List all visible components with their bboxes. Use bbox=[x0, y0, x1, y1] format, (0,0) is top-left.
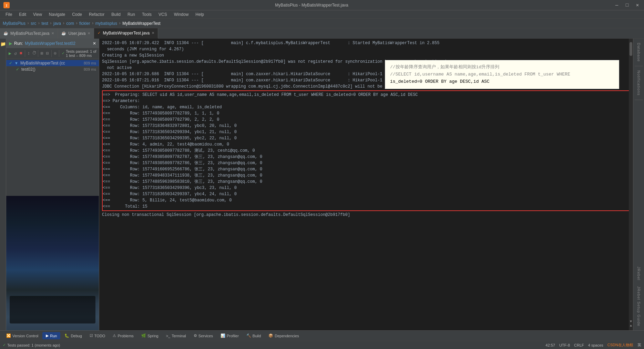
project-icon[interactable]: 📁 bbox=[0, 41, 6, 47]
tab-user[interactable]: ☕ User.java ✕ bbox=[58, 28, 94, 39]
bottom-tab-terminal[interactable]: >_ Terminal bbox=[163, 332, 190, 339]
debug-icon: 🐛 bbox=[64, 333, 69, 338]
status-indent[interactable]: 4 spaces bbox=[588, 343, 603, 347]
bottom-tab-profiler[interactable]: 📊 Profiler bbox=[217, 332, 242, 339]
status-tests[interactable]: ✓ Tests passed: 1 (moments ago) bbox=[3, 343, 60, 347]
right-bottom-icons: JRebel JRebel Setup Guide bbox=[636, 264, 642, 329]
tab-wrappertest[interactable]: ✓ MyBatisWrapperTest.java ✕ bbox=[94, 28, 158, 39]
breadcrumb-mybatisplus2[interactable]: mybatisplus bbox=[95, 21, 117, 26]
breadcrumb-mybatisplus[interactable]: MyBatisPlus bbox=[3, 21, 25, 26]
right-sidebar: Database Notifications JRebel JRebel Set… bbox=[633, 39, 644, 330]
tabs-bar: ☕ MyBatisPlusTest.java ✕ ☕ User.java ✕ ✓… bbox=[0, 28, 644, 39]
bottom-tab-versioncontrol[interactable]: 🔀 Version Control bbox=[3, 332, 42, 339]
bottom-toolbar: 🔀 Version Control ▶ Run 🐛 Debug ☑ TODO ⚠… bbox=[0, 330, 644, 341]
status-tests-text: Tests passed: 1 (moments ago) bbox=[7, 343, 60, 347]
expand-all-btn[interactable]: ⊞ bbox=[40, 49, 44, 58]
breadcrumb-java[interactable]: java bbox=[53, 21, 61, 26]
terminal-label: Terminal bbox=[172, 334, 186, 338]
stop-btn[interactable]: ■ bbox=[19, 49, 23, 58]
filter-btn[interactable]: ⊙ bbox=[53, 49, 58, 58]
bottom-tab-spring[interactable]: 🌿 Spring bbox=[138, 332, 162, 339]
bottom-tab-services[interactable]: ⚙ Services bbox=[190, 332, 216, 339]
bg-silhouette bbox=[10, 296, 95, 323]
test-tree-root[interactable]: ✓ ▼ MyBatisWrapperTest (cc 809 ms bbox=[6, 60, 99, 66]
collapse-all-btn[interactable]: ⊟ bbox=[45, 49, 50, 58]
bottom-tab-debug[interactable]: 🐛 Debug bbox=[61, 332, 85, 339]
menu-item-view[interactable]: View bbox=[30, 11, 45, 18]
menu-item-build[interactable]: Build bbox=[109, 11, 123, 18]
status-lang[interactable]: 英 bbox=[637, 342, 641, 348]
rerun-btn[interactable]: ↺ bbox=[13, 49, 18, 58]
run-label: Run bbox=[50, 334, 57, 338]
menu-item-run[interactable]: Run bbox=[125, 11, 138, 18]
sort-time-btn[interactable]: ⏱ bbox=[32, 49, 37, 58]
build-label: Build bbox=[253, 334, 261, 338]
maximize-button[interactable]: □ bbox=[624, 2, 630, 8]
status-linecol[interactable]: 42:57 bbox=[545, 343, 555, 347]
menu-item-edit[interactable]: Edit bbox=[16, 11, 29, 18]
toolbar-sep1 bbox=[25, 50, 25, 57]
minimize-button[interactable]: — bbox=[614, 2, 620, 8]
status-lineending[interactable]: CRLF bbox=[574, 343, 584, 347]
bottom-tab-build[interactable]: 🔨 Build bbox=[243, 332, 264, 339]
breadcrumb-fickler[interactable]: fickler bbox=[79, 21, 90, 26]
sql-row-8: <== Row: 1577493058097782787, 张三, 23, zh… bbox=[103, 154, 630, 160]
deps-icon: 📦 bbox=[268, 333, 273, 338]
problems-icon: ⚠ bbox=[113, 333, 116, 338]
jrebel-setup-label[interactable]: JRebel Setup Guide bbox=[636, 283, 642, 329]
tab-mybatisplustest[interactable]: ☕ MyBatisPlusTest.java ✕ bbox=[0, 28, 58, 39]
database-label[interactable]: Database bbox=[636, 40, 642, 64]
sql-row-12: <== Row: 1577488596398583810, 张三, 23, zh… bbox=[103, 179, 630, 185]
test-root-time: 809 ms bbox=[84, 61, 96, 65]
sql-row-7: <== Row: 1577493058097782788, 测试, 23, ce… bbox=[103, 148, 630, 154]
tab-close-wrapper[interactable]: ✕ bbox=[152, 31, 154, 35]
scroll-up-arrow[interactable]: ▲ bbox=[630, 324, 632, 328]
status-check-icon: ✓ bbox=[3, 343, 6, 347]
menu-item-code[interactable]: Code bbox=[69, 11, 85, 18]
run-icon: ▶ bbox=[9, 41, 12, 46]
menu-item-tools[interactable]: Tools bbox=[139, 11, 154, 18]
bottom-tab-problems[interactable]: ⚠ Problems bbox=[109, 332, 137, 339]
sort-alpha-btn[interactable]: ↕ bbox=[26, 49, 31, 58]
menu-item-refactor[interactable]: Refactor bbox=[86, 11, 107, 18]
close-button[interactable]: ✕ bbox=[634, 2, 641, 8]
sql-row-14: <== Row: 1577318365034299397, ybc4, 24, … bbox=[103, 191, 630, 197]
vc-label: Version Control bbox=[12, 334, 38, 338]
breadcrumb-test[interactable]: test bbox=[41, 21, 48, 26]
bottom-tab-dependencies[interactable]: 📦 Dependencies bbox=[265, 332, 302, 339]
sql-row-2: <== Row: 1577493058097782790, 2, 2, 2, 0 bbox=[103, 117, 630, 123]
menu-item-file[interactable]: File bbox=[3, 11, 15, 18]
profiler-label: Profiler bbox=[227, 334, 239, 338]
run-close-btn[interactable]: ✕ bbox=[93, 41, 96, 46]
sql-row-5: <== Row: 1577318365034299395, ybc2, 22, … bbox=[103, 135, 630, 141]
sql-preparing: ==> Preparing: SELECT uid AS id,user_nam… bbox=[103, 92, 630, 98]
breadcrumb: MyBatisPlus › src › test › java › com › … bbox=[0, 19, 644, 28]
vertical-scrollbar[interactable]: ▼ ▲ bbox=[629, 39, 633, 330]
menu-item-navigate[interactable]: Navigate bbox=[46, 11, 68, 18]
tab-close-icon[interactable]: ✕ bbox=[51, 31, 54, 35]
menu-item-window[interactable]: Window bbox=[171, 11, 192, 18]
bottom-tab-todo[interactable]: ☑ TODO bbox=[86, 332, 109, 339]
sql-columns: <== Columns: id, name, age, email, is_de… bbox=[103, 104, 630, 110]
status-encoding[interactable]: UTF-8 bbox=[559, 343, 570, 347]
build-icon: 🔨 bbox=[246, 333, 251, 338]
bottom-tab-run[interactable]: ▶ Run bbox=[42, 332, 60, 339]
toolbar-sep2 bbox=[38, 50, 38, 57]
scroll-down-arrow[interactable]: ▼ bbox=[630, 320, 632, 323]
run-btn[interactable]: ▶ bbox=[8, 49, 12, 58]
scrollbar-thumb[interactable] bbox=[630, 42, 632, 56]
main-window: I MyBatisPlus - MyBatisWrapperTest.java … bbox=[0, 0, 644, 349]
breadcrumb-src[interactable]: src bbox=[31, 21, 36, 26]
menu-item-vcs[interactable]: VCS bbox=[156, 11, 170, 18]
java-icon-user: ☕ bbox=[61, 31, 66, 36]
tab-close-user[interactable]: ✕ bbox=[88, 31, 90, 35]
notifications-label[interactable]: Notifications bbox=[636, 68, 642, 98]
breadcrumb-com[interactable]: com bbox=[66, 21, 74, 26]
annotation-box: //按年龄降序查询用户，如果年龄相同则按id升序排列 //SELECT id,u… bbox=[385, 60, 619, 89]
jrebel-label[interactable]: JRebel bbox=[636, 264, 642, 283]
breadcrumb-wrappertest[interactable]: MyBatisWrapperTest bbox=[122, 21, 160, 26]
annotation-line3: is_deleted=0 ORDER BY age DESC,id ASC bbox=[390, 78, 614, 86]
menu-item-help[interactable]: Help bbox=[193, 11, 207, 18]
test-tree-item-test02[interactable]: ✓ test02() 809 ms bbox=[6, 66, 99, 72]
svg-text:I: I bbox=[6, 4, 7, 8]
